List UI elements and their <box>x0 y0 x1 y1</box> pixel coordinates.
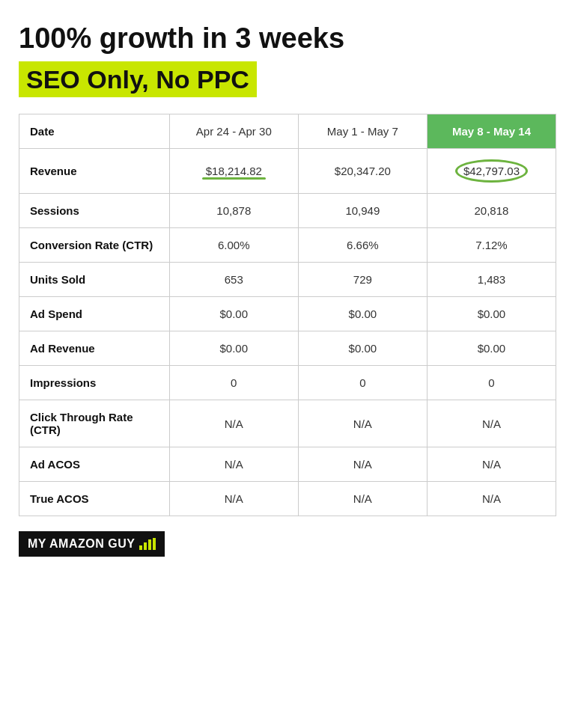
week1-value: 0 <box>169 366 298 400</box>
bar-2 <box>144 542 147 550</box>
table-row: Ad Spend$0.00$0.00$0.00 <box>19 297 556 331</box>
metric-cell: Click Through Rate (CTR) <box>19 400 170 447</box>
week2-value: 729 <box>298 263 427 297</box>
metric-cell: Sessions <box>19 194 170 228</box>
week2-value: N/A <box>298 400 427 447</box>
metric-cell: Revenue <box>19 149 170 194</box>
week1-value: 653 <box>169 263 298 297</box>
table-row: Impressions000 <box>19 366 556 400</box>
metric-cell: Units Sold <box>19 263 170 297</box>
brand-name: MY AMAZON GUY <box>28 537 135 551</box>
table-row: Ad Revenue$0.00$0.00$0.00 <box>19 331 556 366</box>
table-row: Units Sold6537291,483 <box>19 263 556 297</box>
page-container: 100% growth in 3 weeks SEO Only, No PPC … <box>19 22 556 557</box>
bar-chart-icon <box>139 538 156 550</box>
subheadline: SEO Only, No PPC <box>26 65 249 94</box>
week2-value: 6.66% <box>298 228 427 263</box>
week3-value: N/A <box>427 400 556 447</box>
week3-value: $0.00 <box>427 297 556 331</box>
week2-value: $0.00 <box>298 331 427 366</box>
week2-value: $20,347.20 <box>298 149 427 194</box>
headline: 100% growth in 3 weeks <box>19 22 556 55</box>
week1-value: 6.00% <box>169 228 298 263</box>
week3-value: $42,797.03 <box>427 149 556 194</box>
week3-value: 7.12% <box>427 228 556 263</box>
week2-value: 0 <box>298 366 427 400</box>
week1-value: N/A <box>169 400 298 447</box>
table-row: Sessions10,87810,94920,818 <box>19 194 556 228</box>
brand-logo: MY AMAZON GUY <box>19 531 165 557</box>
table-body: Revenue$18,214.82$20,347.20$42,797.03Ses… <box>19 149 556 516</box>
data-table: Date Apr 24 - Apr 30 May 1 - May 7 May 8… <box>19 114 556 516</box>
table-row: Ad ACOSN/AN/AN/A <box>19 447 556 482</box>
metric-cell: Ad Revenue <box>19 331 170 366</box>
week3-value: 0 <box>427 366 556 400</box>
bar-1 <box>139 545 142 550</box>
footer: MY AMAZON GUY <box>19 531 556 557</box>
metric-cell: Ad ACOS <box>19 447 170 482</box>
col-week1-header: Apr 24 - Apr 30 <box>169 114 298 149</box>
metric-cell: True ACOS <box>19 482 170 516</box>
col-week3-header: May 8 - May 14 <box>427 114 556 149</box>
table-row: Click Through Rate (CTR)N/AN/AN/A <box>19 400 556 447</box>
table-row: True ACOSN/AN/AN/A <box>19 482 556 516</box>
week3-value: 20,818 <box>427 194 556 228</box>
table-row: Revenue$18,214.82$20,347.20$42,797.03 <box>19 149 556 194</box>
week2-value: $0.00 <box>298 297 427 331</box>
metric-cell: Conversion Rate (CTR) <box>19 228 170 263</box>
metric-cell: Ad Spend <box>19 297 170 331</box>
week3-value: $0.00 <box>427 331 556 366</box>
metric-cell: Impressions <box>19 366 170 400</box>
week1-value: N/A <box>169 482 298 516</box>
week3-value: 1,483 <box>427 263 556 297</box>
week1-value: N/A <box>169 447 298 482</box>
week1-value: $18,214.82 <box>169 149 298 194</box>
week3-value: N/A <box>427 447 556 482</box>
subheadline-wrapper: SEO Only, No PPC <box>19 61 257 98</box>
week2-value: 10,949 <box>298 194 427 228</box>
table-header-row: Date Apr 24 - Apr 30 May 1 - May 7 May 8… <box>19 114 556 149</box>
bar-4 <box>153 538 156 550</box>
col-week2-header: May 1 - May 7 <box>298 114 427 149</box>
week3-value: N/A <box>427 482 556 516</box>
week1-value: $0.00 <box>169 297 298 331</box>
week1-value: 10,878 <box>169 194 298 228</box>
week2-value: N/A <box>298 482 427 516</box>
week2-value: N/A <box>298 447 427 482</box>
col-date-header: Date <box>19 114 170 149</box>
table-row: Conversion Rate (CTR)6.00%6.66%7.12% <box>19 228 556 263</box>
week1-value: $0.00 <box>169 331 298 366</box>
bar-3 <box>148 539 151 550</box>
